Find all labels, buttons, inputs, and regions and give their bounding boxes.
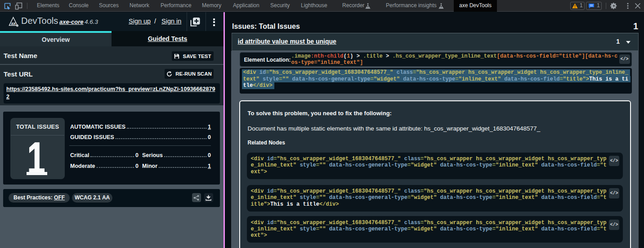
- svg-text:ax: ax: [11, 21, 16, 26]
